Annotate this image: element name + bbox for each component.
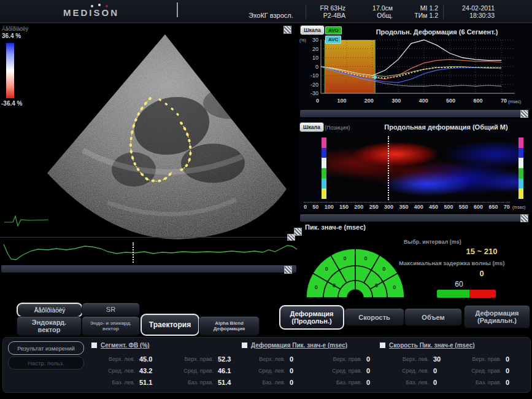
row-label: Баз. лев. (392, 379, 429, 385)
ecg-frame-cursor[interactable] (133, 242, 134, 263)
strain-mmode-heatmap[interactable] (327, 136, 519, 200)
cine-scrollbar[interactable] (1, 265, 296, 273)
bullseye-map[interactable]: 00000000 (303, 234, 407, 300)
endo-epi-vector-button[interactable]: Эндо- и эпикард. вектор (82, 316, 140, 336)
deformation-button[interactable]: Äåôîðìàöèÿ (17, 303, 83, 317)
volume-button[interactable]: Объем (404, 308, 462, 326)
mmode-cursor[interactable] (388, 136, 389, 200)
row-label: Сред. прав. (325, 368, 362, 374)
endocardial-vector-button[interactable]: Эндокард. вектор (17, 316, 82, 336)
strain-peak-col-right: Верх. прав.0 Сред. прав.0 Баз. прав.0 (325, 353, 370, 388)
row-value: 43.2 (139, 367, 152, 374)
checkbox[interactable] (380, 343, 385, 348)
row-value: 30 (433, 355, 441, 363)
avc-badge: AVC (325, 36, 341, 44)
row-value: 0 (366, 367, 370, 374)
user-settings-button[interactable]: Настр. польз. (8, 356, 84, 370)
section-title: Деформация Пик. знач-е (msec) (251, 342, 347, 349)
segment-ef-col-left: Верх. лев.45.0 Сред. лев.43.2 Баз. лев.5… (98, 353, 152, 388)
row-value: 0 (366, 355, 370, 363)
row-value: 0 (433, 379, 437, 386)
row-value: 0 (506, 355, 509, 363)
strain-radial-button[interactable]: Деформация (Радиальн.) (464, 305, 530, 328)
checkbox[interactable] (242, 343, 247, 348)
table-row: Баз. лев.0 (392, 376, 441, 388)
button-label: Деформация (290, 310, 334, 317)
trajectory-button[interactable]: Траектория (141, 314, 199, 336)
alpha-blend-button[interactable]: Alpha Blend Деформация (199, 316, 260, 336)
table-row: Сред. прав.46.1 (177, 365, 231, 376)
delay-bar-value: 60 (447, 280, 471, 289)
segment-colorbar-left (322, 138, 326, 199)
ultrasound-screen: MEDISON ЭхоКГ взросл. FR 63Hz P2-4BA 17.… (0, 0, 532, 399)
row-value: 52.3 (218, 355, 231, 363)
segment-colorbar-right (519, 138, 523, 199)
mini-ecg (3, 214, 52, 228)
strain-scrollbar-icon[interactable] (520, 110, 528, 118)
button-label: Скорость (358, 314, 390, 321)
header-bar: MEDISON ЭхоКГ взросл. FR 63Hz P2-4BA 17.… (0, 0, 532, 23)
section-header-strain-peak: Деформация Пик. знач-е (msec) (242, 342, 347, 349)
row-value: 0 (290, 355, 293, 363)
max-delay-label: Максимальная задержка волны (ms) (399, 260, 504, 266)
table-row: Верх. прав.0 (465, 353, 509, 365)
row-label: Баз. прав. (177, 379, 214, 385)
section-title: Скорость Пик. знач-е (msec) (389, 342, 475, 349)
table-row: Баз. прав.51.4 (177, 376, 231, 388)
row-label: Верх. прав. (325, 356, 362, 362)
mmode-scrollbar[interactable] (300, 214, 528, 222)
table-row: Баз. лев.51.1 (98, 376, 152, 388)
cine-scrollbar-icon[interactable] (284, 266, 292, 274)
mmode-scrollbar-icon[interactable] (520, 214, 528, 222)
button-label: Äåôîðìàöèÿ (34, 307, 66, 314)
row-label: Баз. лев. (98, 379, 135, 385)
svg-text:0: 0 (382, 266, 385, 272)
button-label: Настр. польз. (28, 360, 64, 366)
position-label: (Позиция) (325, 125, 350, 131)
row-label: Верх. лев. (249, 356, 285, 362)
delay-threshold-bar[interactable] (437, 290, 496, 298)
row-label: Сред. прав. (177, 368, 214, 374)
date-label: 24-02-2011 (448, 4, 495, 12)
sr-button[interactable]: SR (82, 303, 140, 316)
scale-button[interactable]: Шкала (300, 123, 323, 131)
delay-bar-green (437, 290, 469, 298)
mmode-x-ticks: 0501001502002503003504004505005506006507… (304, 202, 510, 210)
strain-scrollbar[interactable] (300, 110, 528, 117)
button-label: вектор (102, 326, 119, 331)
scale-button[interactable]: Шкала (301, 26, 324, 34)
svg-text:0: 0 (393, 284, 396, 290)
section-header-velocity-peak: Скорость Пик. знач-е (msec) (380, 342, 475, 349)
button-label: (Радиальн.) (477, 317, 517, 324)
row-value: 0 (506, 379, 509, 386)
row-label: Баз. лев. (249, 379, 285, 385)
image-corner-icon[interactable] (283, 26, 291, 34)
velocity-button[interactable]: Скорость (344, 308, 404, 326)
table-row: Баз. лев.0 (249, 376, 293, 388)
mmode-title: Продольная деформация (Общий M) (366, 123, 526, 131)
button-label: Эндо- и эпикард. (90, 320, 131, 326)
button-label: Alpha Blend (215, 320, 244, 326)
strain-colorbar (6, 43, 14, 98)
depth-value: 17.0см (359, 4, 393, 12)
section-title: Сегмент. ФВ (%) (101, 342, 150, 349)
brand-logo: MEDISON (63, 7, 119, 18)
checkbox[interactable] (91, 343, 97, 348)
row-label: Верх. прав. (465, 356, 501, 362)
button-label: Деформация (214, 326, 245, 331)
svg-text:0: 0 (343, 255, 346, 261)
peak-panel-icon[interactable] (294, 228, 302, 236)
logo-divider (177, 2, 178, 17)
strain-longitudinal-button[interactable]: Деформация (Продольн.) (279, 305, 344, 330)
table-row: Сред. лев.0 (392, 365, 441, 376)
colorbar-max-value: 36.4 % (2, 33, 21, 39)
row-label: Сред. лев. (98, 368, 135, 374)
svg-text:0: 0 (375, 282, 378, 289)
row-value: 51.4 (218, 379, 231, 386)
row-value: 0 (290, 367, 293, 374)
row-value: 0 (433, 367, 437, 374)
row-label: Баз. прав. (465, 379, 501, 385)
measure-result-button[interactable]: Результат измерений (8, 341, 84, 355)
ultrasound-image[interactable] (34, 25, 299, 241)
row-value: 51.1 (139, 379, 152, 386)
